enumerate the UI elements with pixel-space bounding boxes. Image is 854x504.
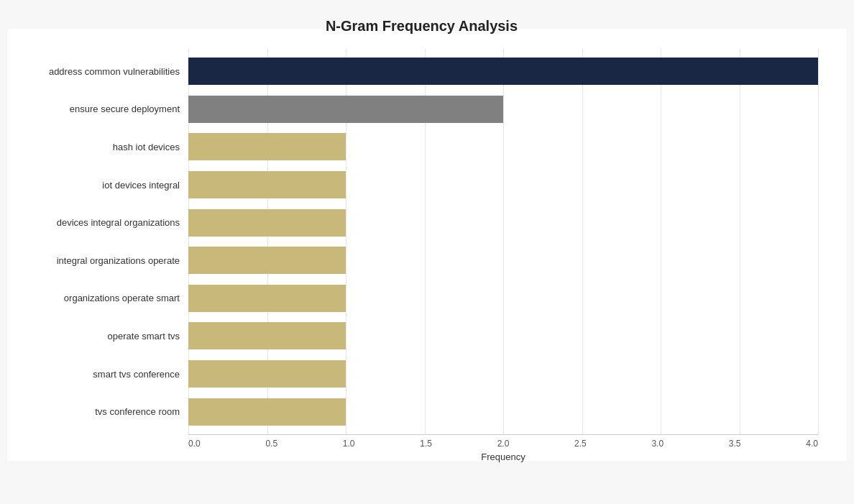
bar-row: organizations operate smart [11,280,832,318]
x-tick: 0.0 [188,439,201,449]
chart-title: N-Gram Frequency Analysis [11,11,832,35]
bar-row: iot devices integral [11,166,832,204]
bar-row: smart tvs conference [11,355,832,393]
x-tick: 0.5 [265,439,277,449]
bar-label: tvs conference room [11,406,188,417]
x-tick: 3.0 [651,439,664,449]
bar-fill [188,285,346,312]
bar-row: tvs conference room [11,393,832,431]
bar-row: devices integral organizations [11,203,832,242]
bar-label: devices integral organizations [11,217,188,228]
bar-label: ensure secure deployment [11,104,188,114]
bar-track [188,398,832,426]
bar-row: operate smart tvs [11,317,832,355]
bar-track [188,96,832,123]
bar-label: organizations operate smart [11,293,188,303]
bar-fill [188,133,346,160]
bar-row: address common vulnerabilities [11,52,832,91]
x-tick: 1.5 [420,439,432,449]
x-tick: 4.0 [806,439,818,449]
bar-label: iot devices integral [11,180,188,191]
bar-fill [188,58,818,85]
x-tick: 1.0 [343,439,355,449]
bar-track [188,247,832,274]
bar-fill [188,171,346,198]
bar-track [188,360,832,388]
bar-track [188,171,832,198]
bar-fill [188,247,346,274]
bars-section: address common vulnerabilitiesensure sec… [11,49,832,434]
bar-track [188,58,832,85]
bar-label: operate smart tvs [11,331,188,342]
bar-label: smart tvs conference [11,369,188,380]
bar-fill [188,209,346,237]
bar-fill [188,322,346,349]
bar-label: hash iot devices [11,142,188,152]
x-tick: 3.5 [729,439,741,449]
bar-track [188,285,832,312]
x-axis: 0.00.51.01.52.02.53.03.54.0 Frequency [188,434,818,470]
bar-fill [188,360,346,388]
bar-label: integral organizations operate [11,255,188,266]
bar-fill [188,96,503,123]
bar-track [188,322,832,349]
bar-track [188,209,832,237]
x-axis-label: Frequency [188,452,818,462]
bar-row: ensure secure deployment [11,91,832,129]
x-tick: 2.5 [574,439,587,449]
bar-row: integral organizations operate [11,242,832,280]
bar-label: address common vulnerabilities [11,66,188,77]
x-tick: 2.0 [497,439,510,449]
bar-track [188,133,832,160]
bar-row: hash iot devices [11,128,832,166]
chart-container: N-Gram Frequency Analysis address common… [0,0,854,504]
bar-fill [188,398,346,426]
